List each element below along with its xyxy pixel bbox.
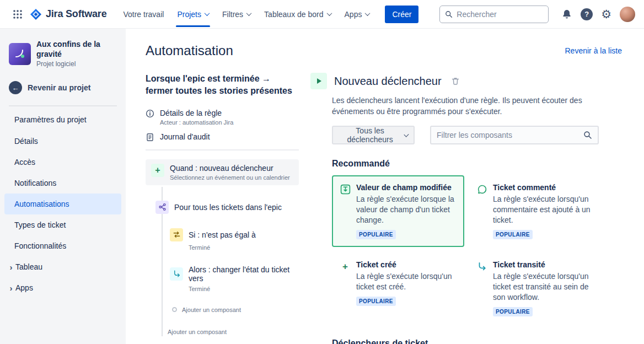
back-to-list-link[interactable]: Revenir à la liste (565, 46, 622, 55)
sidebar-section-title: Paramètres du projet (0, 110, 126, 131)
nav-tableaux-de-bord[interactable]: Tableaux de bord (260, 6, 335, 23)
sidebar-item-details[interactable]: Détails (4, 131, 121, 152)
global-search[interactable] (439, 6, 549, 23)
add-component-branch[interactable]: Ajouter un composant (172, 307, 299, 313)
rule-actor: Acteur : automatisation Jira (160, 119, 233, 126)
chevron-down-icon (404, 132, 409, 137)
main-content: Automatisation Revenir à la liste Lorsqu… (126, 29, 644, 344)
chevron-down-icon (246, 10, 252, 16)
trigger-step[interactable]: + Quand : nouveau déclencheur Sélectionn… (146, 159, 299, 185)
back-to-project[interactable]: ← Revenir au projet (0, 81, 126, 94)
nav-apps[interactable]: Apps (341, 6, 374, 23)
chevron-down-icon (326, 10, 332, 16)
nav-votre-travail[interactable]: Votre travail (119, 6, 168, 23)
plus-icon: + (340, 261, 351, 272)
branch-step-label: Pour tous les tickets dans l'epic (174, 203, 282, 212)
card-description: La règle s'exécute lorsque la valeur de … (356, 194, 457, 225)
nav-filtres[interactable]: Filtres (218, 6, 255, 23)
top-navigation: Jira Software Votre travail Projets Filt… (0, 0, 644, 29)
add-component-branch-label: Ajouter un composant (182, 307, 241, 313)
card-description: La règle s'exécute lorsqu'un ticket est … (493, 271, 593, 303)
component-filter[interactable] (430, 126, 599, 144)
project-type: Projet logiciel (36, 60, 117, 68)
condition-step[interactable]: Si : n'est pas égal à Terminé (170, 228, 299, 251)
sidebar-item-types-de-ticket[interactable]: Types de ticket (4, 214, 121, 235)
trigger-type-dropdown[interactable]: Tous les déclencheurs (332, 126, 415, 144)
branch-step[interactable]: Pour tous les tickets dans l'epic (155, 201, 299, 214)
play-icon (310, 73, 327, 89)
app-switcher-icon[interactable] (9, 6, 26, 23)
info-icon (146, 109, 154, 118)
sidebar-item-notifications[interactable]: Notifications (4, 173, 121, 194)
card-ticket-cree[interactable]: + Ticket créé La règle s'exécute lorsqu'… (332, 252, 464, 324)
project-settings-nav: Détails Accès Notifications Automatisati… (0, 131, 126, 298)
popular-badge: POPULAIRE (493, 307, 533, 316)
nav-projets[interactable]: Projets (173, 6, 213, 23)
action-step-sub: Terminé (189, 286, 299, 292)
card-title: Valeur de champ modifiée (356, 183, 457, 192)
popular-badge: POPULAIRE (356, 297, 396, 306)
trigger-type-dropdown-value: Tous les déclencheurs (339, 126, 401, 144)
card-ticket-transite[interactable]: Ticket transité La règle s'exécute lorsq… (469, 252, 601, 324)
back-to-project-label: Revenir au projet (28, 83, 90, 92)
card-description: La règle s'exécute lorsqu'un ticket est … (356, 271, 457, 292)
rule-steps: + Quand : nouveau déclencheur Sélectionn… (146, 159, 299, 341)
search-input[interactable] (457, 10, 543, 19)
sidebar-divider (9, 105, 117, 106)
card-title: Ticket commenté (493, 183, 593, 192)
sidebar-item-apps[interactable]: › Apps (4, 277, 121, 298)
trigger-panel: Nouveau déclencheur Les déclencheurs lan… (310, 73, 622, 344)
card-ticket-commente[interactable]: Ticket commenté La règle s'exécute lorsq… (469, 175, 601, 247)
product-name: Jira Software (46, 8, 106, 20)
component-filter-input[interactable] (437, 131, 579, 139)
search-icon (445, 10, 453, 19)
add-component-root[interactable]: Ajouter un composant (168, 329, 299, 341)
audit-log-icon (146, 133, 154, 142)
sidebar-item-acces[interactable]: Accès (4, 152, 121, 173)
panel-title: Nouveau déclencheur (334, 75, 442, 88)
transition-icon (170, 267, 183, 281)
help-icon[interactable]: ? (581, 8, 593, 20)
card-title: Ticket transité (493, 260, 593, 269)
panel-description: Les déclencheurs lancent l'exécution d'u… (332, 95, 616, 117)
project-header: Aux confins de la gravité Projet logicie… (0, 40, 126, 68)
project-name: Aux confins de la gravité (36, 40, 117, 59)
condition-step-sub: Terminé (189, 244, 299, 251)
branch-icon (155, 201, 169, 214)
card-description: La règle s'exécute lorsqu'un commentaire… (493, 194, 593, 225)
sidebar-item-tableau[interactable]: › Tableau (4, 256, 121, 277)
add-component-root-label: Ajouter un composant (168, 329, 227, 335)
sidebar-item-apps-label: Apps (15, 283, 33, 292)
action-step[interactable]: Alors : changer l'état du ticket vers Te… (170, 265, 299, 292)
card-title: Ticket créé (356, 260, 457, 269)
jira-logo[interactable]: Jira Software (30, 8, 106, 20)
nav-tableaux-label: Tableaux de bord (264, 10, 323, 19)
user-avatar[interactable] (620, 7, 635, 22)
rule-details-link[interactable]: Détails de la règle Acteur : automatisat… (146, 109, 299, 126)
section-declencheurs-de-ticket: Déclencheurs de ticket (332, 338, 622, 344)
audit-log-link[interactable]: Journal d'audit (146, 132, 299, 142)
rule-details-label: Détails de la règle (160, 109, 233, 117)
jira-logo-icon (30, 8, 42, 20)
field-value-changed-icon (340, 184, 351, 195)
trigger-step-label: Quand : nouveau déclencheur (170, 164, 290, 173)
recommended-cards: Valeur de champ modifiée La règle s'exéc… (332, 175, 622, 324)
action-step-label: Alors : changer l'état du ticket vers (189, 265, 299, 283)
popular-badge: POPULAIRE (493, 230, 533, 239)
trigger-step-sub: Sélectionnez un événement ou un calendri… (170, 174, 290, 181)
create-button[interactable]: Créer (385, 6, 418, 23)
nav-projets-label: Projets (177, 10, 201, 19)
project-avatar (9, 43, 31, 65)
nav-apps-label: Apps (345, 10, 362, 19)
settings-icon[interactable]: ⚙ (601, 8, 611, 20)
sidebar-item-fonctionnalites[interactable]: Fonctionnalités (4, 235, 121, 256)
condition-step-label: Si : n'est pas égal à (189, 230, 256, 239)
comment-icon (476, 184, 487, 195)
card-valeur-de-champ-modifiee[interactable]: Valeur de champ modifiée La règle s'exéc… (332, 175, 464, 247)
sidebar-item-tableau-label: Tableau (15, 262, 42, 271)
search-icon (583, 131, 592, 139)
sidebar-item-automatisations[interactable]: Automatisations (4, 194, 121, 214)
notifications-icon[interactable] (561, 9, 572, 20)
audit-log-label: Journal d'audit (160, 132, 210, 142)
delete-trigger-icon[interactable] (451, 77, 460, 85)
